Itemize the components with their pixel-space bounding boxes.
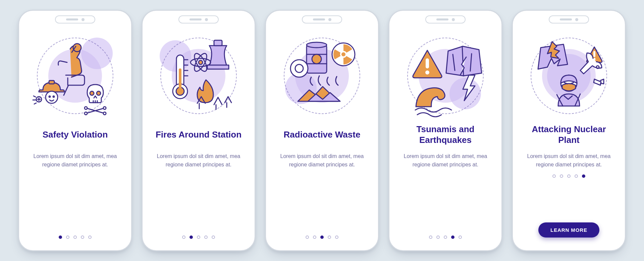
- card-radioactive-waste: Radioactive Waste Lorem ipsum dol sit di…: [265, 10, 379, 251]
- pagination-dot[interactable]: [212, 236, 215, 239]
- masked-attacker-icon: [557, 75, 580, 106]
- pagination-dot[interactable]: [567, 174, 571, 178]
- pagination-dots: [552, 174, 585, 178]
- phone-notch: [55, 15, 95, 23]
- cooling-tower-icon: [207, 40, 229, 69]
- pagination-dot[interactable]: [59, 236, 62, 239]
- card-description: Lorem ipsum dol sit dim amet, mea region…: [275, 152, 369, 169]
- pagination-dots: [429, 236, 462, 239]
- pagination-dot[interactable]: [197, 236, 200, 239]
- pagination-dot[interactable]: [73, 236, 77, 239]
- bomb-icon: [594, 79, 604, 85]
- card-attacking-nuclear-plant: Attacking Nuclear Plant Lorem ipsum dol …: [512, 10, 626, 251]
- hardhat-worker-icon: [33, 81, 64, 104]
- card-description: Lorem ipsum dol sit dim amet, mea region…: [399, 152, 492, 169]
- svg-point-25: [312, 54, 321, 64]
- svg-rect-12: [207, 65, 229, 69]
- svg-point-10: [85, 112, 87, 115]
- card-description: Lorem ipsum dol sit dim amet, mea region…: [29, 152, 122, 169]
- svg-point-11: [103, 112, 106, 115]
- svg-point-2: [46, 91, 58, 103]
- fumes-icon: [310, 76, 338, 85]
- pagination-dot[interactable]: [204, 236, 208, 239]
- svg-rect-29: [593, 51, 595, 57]
- wave-icon: [415, 88, 451, 117]
- pagination-dot[interactable]: [81, 236, 84, 239]
- card-title: Fires Around Station: [154, 123, 244, 146]
- svg-rect-27: [426, 58, 429, 68]
- pagination-dots: [306, 236, 338, 239]
- pagination-dot[interactable]: [313, 236, 316, 239]
- svg-point-6: [90, 91, 94, 95]
- svg-rect-13: [214, 40, 222, 46]
- pagination-dot[interactable]: [190, 236, 193, 239]
- svg-rect-21: [179, 68, 181, 89]
- pagination-dot[interactable]: [444, 236, 447, 239]
- thermometer-icon: [173, 55, 188, 99]
- card-title: Attacking Nuclear Plant: [522, 123, 615, 146]
- illustration-safety: [35, 36, 115, 116]
- pagination-dot[interactable]: [328, 236, 331, 239]
- pagination-dots: [182, 236, 215, 239]
- svg-point-9: [103, 107, 106, 109]
- pagination-dot[interactable]: [451, 236, 454, 239]
- pagination-dot[interactable]: [552, 174, 556, 178]
- phone-notch: [549, 15, 589, 23]
- atom-icon: [191, 52, 211, 73]
- card-title: Safety Violation: [41, 123, 110, 146]
- card-tsunamis-earthquakes: Tsunamis and Earthquakes Lorem ipsum dol…: [388, 10, 502, 251]
- radioactive-barrel-icon: [307, 42, 327, 73]
- pagination-dot[interactable]: [66, 236, 69, 239]
- forest-fire-icon: [197, 80, 231, 109]
- pagination-dot[interactable]: [436, 236, 440, 239]
- pagination-dot[interactable]: [582, 174, 585, 178]
- onboarding-card-row: Safety Violation Lorem ipsum dol sit dim…: [0, 0, 644, 261]
- svg-point-28: [425, 70, 429, 74]
- svg-point-7: [97, 91, 101, 95]
- illustration-attack: [529, 36, 609, 116]
- pagination-dot[interactable]: [320, 236, 324, 239]
- card-title: Radioactive Waste: [282, 123, 363, 146]
- card-fires-around-station: Fires Around Station Lorem ipsum dol sit…: [142, 10, 256, 251]
- pagination-dot[interactable]: [306, 236, 309, 239]
- phone-notch: [178, 15, 219, 23]
- svg-point-24: [307, 42, 327, 48]
- lightning-icon: [463, 75, 475, 101]
- pagination-dot[interactable]: [88, 236, 92, 239]
- pagination-dot[interactable]: [182, 236, 185, 239]
- svg-point-8: [85, 107, 87, 109]
- skull-crossbones-icon: [85, 85, 106, 115]
- learn-more-button[interactable]: LEARN MORE: [538, 222, 599, 238]
- card-description: Lorem ipsum dol sit dim amet, mea region…: [522, 152, 615, 169]
- pagination-dots: [59, 236, 92, 239]
- pagination-dot[interactable]: [575, 174, 578, 178]
- svg-point-17: [199, 60, 203, 64]
- illustration-tsunami: [405, 36, 486, 116]
- pagination-dot[interactable]: [459, 236, 462, 239]
- pagination-dot[interactable]: [560, 174, 563, 178]
- illustration-fires: [158, 36, 239, 116]
- card-safety-violation: Safety Violation Lorem ipsum dol sit dim…: [18, 10, 132, 251]
- warning-triangle-icon: [413, 50, 442, 78]
- svg-rect-1: [49, 81, 54, 84]
- waste-pile-icon: [298, 87, 340, 101]
- pagination-dot[interactable]: [335, 236, 338, 239]
- card-description: Lorem ipsum dol sit dim amet, mea region…: [152, 152, 245, 169]
- circle-detail-icon: [290, 60, 308, 77]
- radiation-symbol-icon: [330, 43, 355, 67]
- phone-notch: [302, 15, 342, 23]
- illustration-waste: [282, 36, 362, 116]
- pagination-dot[interactable]: [429, 236, 432, 239]
- relaxing-person-icon: [58, 44, 85, 95]
- broken-structure-icon: [538, 42, 568, 69]
- phone-notch: [425, 15, 466, 23]
- card-title: Tsunamis and Earthquakes: [399, 123, 492, 146]
- cracked-building-icon: [446, 46, 482, 76]
